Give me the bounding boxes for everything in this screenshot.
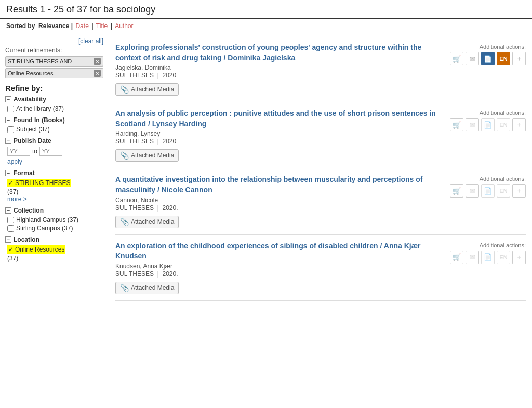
result-title-3[interactable]: A quantitative investigation into the re…: [115, 175, 446, 195]
facet-collection-checkbox-stirling[interactable]: [7, 225, 14, 232]
cart-icon-4[interactable]: 🛒: [450, 251, 463, 264]
sort-author[interactable]: Author: [115, 22, 133, 30]
result-author-inline-sep-4: /: [380, 242, 384, 250]
doc-icon-3[interactable]: 📄: [481, 184, 495, 198]
result-publisher-2: SUL THESES | 2020: [115, 138, 446, 145]
plus-icon-2[interactable]: ＋: [512, 118, 526, 131]
en-icon-2[interactable]: EN: [497, 118, 510, 131]
main-layout: [clear all] Current refinements: STIRLIN…: [0, 33, 532, 304]
date-range-inputs: to: [7, 147, 103, 156]
facet-location-item-online: ✓ Online Resources: [7, 245, 103, 254]
result-actions-1: Additional actions: 🛒 ✉ 📄 EN ＋: [450, 43, 526, 96]
facet-publish-date-label: Publish Date: [14, 137, 51, 144]
result-publisher-4: SUL THESES | 2020.: [115, 270, 446, 278]
email-icon-3[interactable]: ✉: [466, 184, 479, 198]
attached-media-3[interactable]: 📎 Attached Media: [115, 216, 179, 228]
email-icon-4[interactable]: ✉: [466, 251, 479, 264]
facet-availability: − Availability At the library (37): [5, 96, 103, 112]
actions-label-3: Additional actions:: [450, 176, 526, 182]
clear-all-container: [clear all]: [5, 37, 103, 45]
en-icon-4[interactable]: EN: [497, 251, 510, 264]
actions-label-2: Additional actions:: [450, 110, 526, 116]
result-item-1: Exploring professionals' construction of…: [115, 36, 526, 102]
attached-media-label-4: Attached Media: [131, 284, 174, 292]
plus-icon-3[interactable]: ＋: [512, 184, 526, 198]
plus-icon-1[interactable]: ＋: [512, 52, 526, 65]
facet-format-header[interactable]: − Format: [5, 169, 103, 177]
checkmark-location-icon: ✓: [8, 246, 14, 253]
facet-found-in-item-subject: Subject (37): [7, 126, 103, 133]
doc-icon-4[interactable]: 📄: [481, 251, 495, 264]
en-icon-3[interactable]: EN: [497, 184, 510, 198]
facet-location-online-label: Online Resources: [15, 246, 64, 253]
remove-stirling-button[interactable]: ✕: [94, 58, 101, 65]
en-icon-1[interactable]: EN: [497, 52, 510, 65]
current-refinements-label: Current refinements:: [5, 47, 103, 54]
facet-publish-date-toggle: −: [5, 138, 11, 144]
actions-label-4: Additional actions:: [450, 242, 526, 248]
result-content-2: An analysis of public perception : punit…: [115, 109, 446, 162]
facet-collection-label: Collection: [14, 207, 44, 214]
facet-format-stirling-theses-highlighted[interactable]: ✓ STIRLING THESES: [7, 179, 71, 187]
remove-online-button[interactable]: ✕: [94, 70, 101, 77]
sort-title[interactable]: Title: [96, 22, 108, 30]
facet-publish-date: − Publish Date to apply: [5, 137, 103, 165]
facet-availability-label: Availability: [14, 96, 46, 103]
date-to-input[interactable]: [39, 147, 62, 156]
facet-availability-checkbox-library[interactable]: [7, 106, 14, 112]
facet-collection-checkbox-highland[interactable]: [7, 217, 14, 223]
facet-found-in-header[interactable]: − Found In (Books): [5, 116, 103, 124]
result-title-2[interactable]: An analysis of public perception : punit…: [115, 109, 446, 129]
facet-location-toggle: −: [5, 236, 11, 243]
cart-icon-1[interactable]: 🛒: [450, 52, 463, 65]
facet-found-in-toggle: −: [5, 117, 11, 123]
sort-relevance[interactable]: Relevance: [38, 22, 69, 30]
result-title-link-4[interactable]: An exploration of the childhood experien…: [115, 242, 378, 250]
cart-icon-3[interactable]: 🛒: [450, 184, 463, 198]
plus-icon-4[interactable]: ＋: [512, 251, 526, 264]
results-title: Results 1 - 25 of 37 for ba sociology: [6, 4, 526, 15]
facet-collection-header[interactable]: − Collection: [5, 207, 103, 214]
sort-label: Sorted by: [6, 22, 37, 30]
clear-all-link[interactable]: [clear all]: [78, 37, 103, 45]
facet-format-more[interactable]: more >: [7, 195, 27, 203]
refinement-text-online: Online Resources: [8, 70, 53, 76]
facet-location-count: (37): [7, 255, 103, 262]
refinement-chip-stirling: STIRLING THESES AND ✕: [5, 56, 103, 67]
facet-location-header[interactable]: − Location: [5, 236, 103, 243]
attached-media-2[interactable]: 📎 Attached Media: [115, 149, 179, 162]
clip-icon-3: 📎: [120, 218, 129, 226]
doc-icon-1[interactable]: 📄: [481, 52, 495, 65]
facet-availability-toggle: −: [5, 96, 11, 102]
refinement-text-stirling: STIRLING THESES AND: [8, 58, 72, 64]
facet-found-in-label-subject: Subject (37): [16, 126, 50, 133]
actions-label-1: Additional actions:: [450, 44, 526, 50]
apply-date-button[interactable]: apply: [7, 158, 22, 165]
attached-media-4[interactable]: 📎 Attached Media: [115, 282, 179, 294]
attached-media-1[interactable]: 📎 Attached Media: [115, 83, 179, 96]
date-from-input[interactable]: [7, 147, 30, 156]
attached-media-label-2: Attached Media: [131, 152, 174, 159]
facet-publish-date-header[interactable]: − Publish Date: [5, 137, 103, 144]
sort-bar: Sorted by Relevance | Date | Title | Aut…: [0, 19, 532, 33]
sort-date[interactable]: Date: [75, 22, 88, 30]
result-actions-4: Additional actions: 🛒 ✉ 📄 EN ＋: [450, 241, 526, 294]
result-title-1[interactable]: Exploring professionals' construction of…: [115, 43, 446, 63]
email-icon-1[interactable]: ✉: [466, 52, 479, 65]
refinement-chip-online: Online Resources ✕: [5, 68, 103, 78]
top-bar: Results 1 - 25 of 37 for ba sociology: [0, 0, 532, 19]
clip-icon-2: 📎: [120, 151, 129, 160]
attached-media-label-1: Attached Media: [131, 86, 174, 93]
facet-found-in-checkbox-subject[interactable]: [7, 126, 14, 133]
doc-icon-2[interactable]: 📄: [481, 118, 495, 131]
action-icons-2: 🛒 ✉ 📄 EN ＋: [450, 118, 526, 131]
facet-availability-header[interactable]: − Availability: [5, 96, 103, 103]
result-title-4[interactable]: An exploration of the childhood experien…: [115, 241, 446, 261]
facet-collection-item-highland: Highland Campus (37): [7, 216, 103, 223]
facet-availability-label-library: At the library (37): [16, 105, 64, 112]
facet-collection-label-stirling: Stirling Campus (37): [16, 225, 73, 232]
result-publisher-3: SUL THESES | 2020.: [115, 204, 446, 212]
email-icon-2[interactable]: ✉: [466, 118, 479, 131]
facet-location-online-highlighted[interactable]: ✓ Online Resources: [7, 245, 65, 254]
cart-icon-2[interactable]: 🛒: [450, 118, 463, 131]
